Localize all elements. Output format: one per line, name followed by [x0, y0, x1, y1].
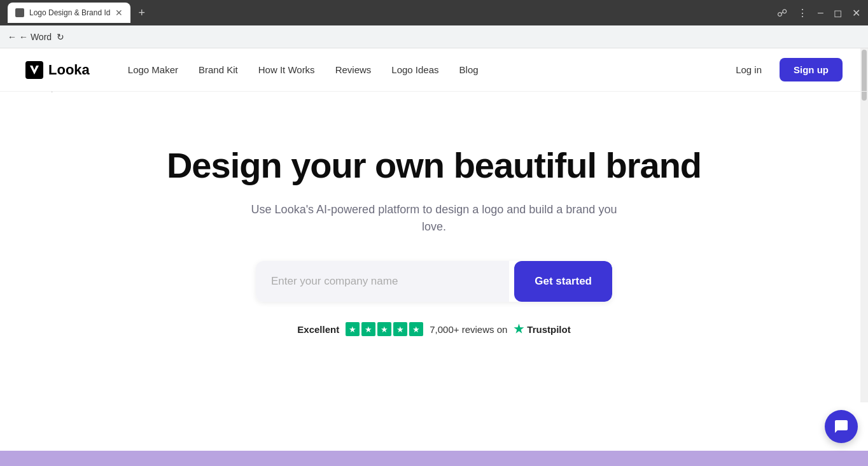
nav-buttons: ← ← Word ↻ [8, 32, 64, 42]
address-bar: ← ← Word ↻ [0, 25, 868, 48]
close-icon[interactable]: ✕ [852, 7, 860, 19]
hero-cta-form: Get started [256, 261, 612, 302]
trustpilot-stars: ★ ★ ★ ★ ★ [346, 322, 423, 336]
logo[interactable]: Looka [25, 61, 90, 79]
nav-item-brand-kit[interactable]: Brand Kit [199, 64, 238, 75]
star-1: ★ [346, 322, 360, 336]
nav-item-reviews[interactable]: Reviews [335, 64, 372, 75]
back-button[interactable]: ← ← Word [8, 32, 52, 42]
nav-links: Logo Maker Brand Kit How It Works Review… [128, 64, 479, 76]
hero-title: Design your own beautiful brand [167, 145, 701, 186]
tab-close-icon[interactable]: ✕ [115, 8, 123, 17]
new-tab-button[interactable]: + [138, 6, 145, 20]
signup-button[interactable]: Sign up [780, 58, 843, 81]
refresh-icon: ↻ [57, 32, 64, 42]
nav-item-blog[interactable]: Blog [459, 64, 479, 75]
hero-section: Design your own beautiful brand Use Look… [0, 94, 868, 374]
tab-page-icon [15, 8, 24, 17]
browser-chrome: Logo Design & Brand Id ✕ + ☍ ⋮ – ◻ ✕ [0, 0, 868, 25]
nav-item-logo-ideas[interactable]: Logo Ideas [391, 64, 438, 75]
get-started-button[interactable]: Get started [514, 261, 612, 302]
trustpilot-label: Excellent [297, 324, 339, 335]
star-4: ★ [393, 322, 407, 336]
trustpilot-brand: ★ Trustpilot [514, 322, 570, 336]
back-label: ← Word [19, 32, 52, 42]
nav-actions: Log in Sign up [728, 58, 843, 81]
star-2: ★ [361, 322, 375, 336]
navbar: Looka Logo Maker Brand Kit How It Works … [0, 48, 868, 92]
bookmark-icon[interactable]: ☍ [777, 7, 787, 19]
trustpilot-icon: ★ [514, 322, 524, 336]
website: Looka Logo Maker Brand Kit How It Works … [0, 48, 868, 374]
maximize-icon[interactable]: ◻ [834, 7, 842, 19]
menu-icon[interactable]: ⋮ [797, 7, 808, 19]
tab-title: Logo Design & Brand Id [29, 8, 110, 17]
back-arrow-icon: ← [8, 32, 17, 42]
star-3: ★ [377, 322, 391, 336]
trustpilot-row: Excellent ★ ★ ★ ★ ★ 7,000+ reviews on ★ … [297, 322, 570, 336]
hero-subtitle: Use Looka's AI-powered platform to desig… [243, 201, 625, 236]
logo-text: Looka [48, 62, 90, 78]
nav-item-how-it-works[interactable]: How It Works [258, 64, 315, 75]
login-button[interactable]: Log in [728, 59, 769, 80]
nav-item-logo-maker[interactable]: Logo Maker [128, 64, 178, 75]
scrollbar[interactable] [860, 48, 868, 374]
window-controls: ☍ ⋮ – ◻ ✕ [777, 7, 860, 19]
minimize-icon[interactable]: – [818, 7, 823, 18]
trustpilot-brand-name: Trustpilot [527, 324, 570, 335]
trustpilot-review-count: 7,000+ reviews on [430, 324, 507, 335]
star-5: ★ [409, 322, 423, 336]
company-name-input[interactable] [256, 261, 509, 302]
browser-tab[interactable]: Logo Design & Brand Id ✕ [8, 3, 130, 23]
looka-logo-icon [25, 61, 43, 79]
refresh-button[interactable]: ↻ [57, 32, 64, 42]
